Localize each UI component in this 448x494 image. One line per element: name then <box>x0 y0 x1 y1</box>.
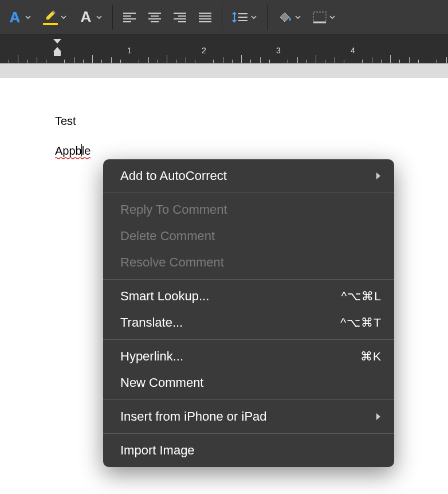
borders-button[interactable] <box>309 6 340 29</box>
align-center-button[interactable] <box>144 6 166 29</box>
menu-separator <box>103 433 394 434</box>
shading-button[interactable] <box>273 6 305 29</box>
menu-item-hyperlink[interactable]: Hyperlink...⌘K <box>103 343 394 370</box>
first-line-indent-icon[interactable] <box>53 39 61 44</box>
ruler-tick <box>390 55 391 63</box>
document-text-misspelled[interactable]: Appble <box>55 144 448 158</box>
menu-item-label: Resolve Comment <box>120 255 224 270</box>
ruler-tick <box>223 57 223 63</box>
ruler-tick <box>27 60 27 63</box>
text-effects-a-icon: A <box>7 9 23 25</box>
menu-separator <box>103 193 394 193</box>
dropdown-arrow-icon[interactable] <box>24 14 32 20</box>
dropdown-arrow-icon[interactable] <box>95 14 103 20</box>
context-menu[interactable]: Add to AutoCorrect Reply To CommentDelet… <box>103 159 394 467</box>
highlight-color-button[interactable] <box>39 6 71 29</box>
highlight-color-swatch <box>43 23 58 25</box>
borders-icon <box>312 11 327 23</box>
ruler-tick <box>176 60 176 63</box>
menu-item-import-image[interactable]: Import Image <box>103 437 394 464</box>
ruler-tick <box>362 60 363 63</box>
toolbar-separator <box>222 5 222 30</box>
menu-item-delete-comment: Delete Comment <box>103 223 394 249</box>
line-spacing-button[interactable] <box>228 6 261 29</box>
text-fragment: Appb <box>55 144 82 157</box>
align-left-button[interactable] <box>119 6 140 29</box>
ruler-number: 4 <box>351 46 355 55</box>
spellcheck-squiggle-icon <box>55 157 91 159</box>
menu-item-resolve-comment: Resolve Comment <box>103 249 394 276</box>
ruler-tick <box>418 60 419 63</box>
menu-shortcut: ⌘K <box>360 350 382 363</box>
menu-item-label: Insert from iPhone or iPad <box>120 409 267 424</box>
ruler-tick <box>148 57 149 63</box>
ruler-tick <box>158 60 158 63</box>
ruler-tick <box>139 60 139 63</box>
ruler-tick <box>101 60 102 63</box>
ruler-tick <box>446 57 447 63</box>
dropdown-arrow-icon[interactable] <box>60 14 68 20</box>
ruler-tick <box>306 60 307 63</box>
ruler-tick <box>83 60 84 63</box>
ruler-tick <box>297 57 298 63</box>
toolbar-separator <box>267 5 268 30</box>
hanging-indent-icon[interactable] <box>53 47 61 52</box>
menu-separator <box>103 279 394 280</box>
ruler-tick <box>213 60 214 63</box>
align-right-button[interactable] <box>169 6 191 29</box>
ruler-tick <box>335 57 335 63</box>
font-color-button[interactable]: A <box>74 6 107 29</box>
ruler-tick <box>269 60 270 63</box>
ruler-tick <box>120 60 121 63</box>
ruler-tick <box>111 57 112 63</box>
menu-item-label: Import Image <box>120 443 195 458</box>
ruler-tick <box>250 60 251 63</box>
ruler-tick <box>241 55 242 63</box>
ruler-tick <box>399 60 400 63</box>
ruler-tick <box>409 57 410 63</box>
chevron-right-icon <box>375 412 382 421</box>
menu-item-smart-lookup[interactable]: Smart Lookup...^⌥⌘L <box>103 283 394 309</box>
paint-bucket-icon <box>277 10 293 24</box>
menu-item-label: Delete Comment <box>120 229 215 244</box>
ruler-tick <box>37 57 37 63</box>
indent-marker[interactable] <box>53 39 62 58</box>
menu-item-label: Reply To Comment <box>120 202 227 217</box>
menu-shortcut: ^⌥⌘T <box>340 316 382 330</box>
ruler-tick <box>437 60 437 63</box>
dropdown-arrow-icon[interactable] <box>328 14 336 20</box>
ruler-tick <box>46 60 46 63</box>
chevron-right-icon <box>375 171 382 181</box>
text-fragment: le <box>82 144 91 157</box>
menu-item-label: Smart Lookup... <box>120 289 209 304</box>
highlighter-icon <box>42 9 58 25</box>
ruler-tick <box>18 55 18 63</box>
ruler-tick <box>74 57 74 63</box>
ruler-tick <box>232 60 233 63</box>
menu-item-insert-from-iphone-or-ipad[interactable]: Insert from iPhone or iPad <box>103 403 394 430</box>
dropdown-arrow-icon[interactable] <box>294 14 302 20</box>
menu-item-label: Hyperlink... <box>120 349 183 364</box>
ruler-tick <box>381 60 382 63</box>
ruler-tick <box>195 60 195 63</box>
ruler-tick <box>167 55 167 63</box>
ruler-tick <box>316 55 316 63</box>
document-text[interactable]: Test <box>55 115 448 128</box>
ruler-tick <box>92 55 93 63</box>
menu-item-label: New Comment <box>120 375 203 390</box>
ruler-ticks: 1234 <box>0 46 448 63</box>
ruler-tick <box>9 60 9 63</box>
ruler[interactable]: 1234 <box>0 34 448 64</box>
align-justify-button[interactable] <box>194 6 216 29</box>
left-indent-icon[interactable] <box>54 52 61 56</box>
menu-item-translate[interactable]: Translate...^⌥⌘T <box>103 309 394 336</box>
text-effects-button[interactable]: A <box>3 6 36 29</box>
ruler-tick <box>344 60 344 63</box>
dropdown-arrow-icon[interactable] <box>250 14 258 20</box>
ruler-tick <box>288 60 288 63</box>
menu-item-label: Translate... <box>120 315 183 330</box>
formatting-toolbar: A A <box>0 0 448 34</box>
menu-item-add-to-autocorrect[interactable]: Add to AutoCorrect <box>103 163 394 189</box>
toolbar-separator <box>112 5 113 30</box>
menu-item-new-comment[interactable]: New Comment <box>103 370 394 396</box>
